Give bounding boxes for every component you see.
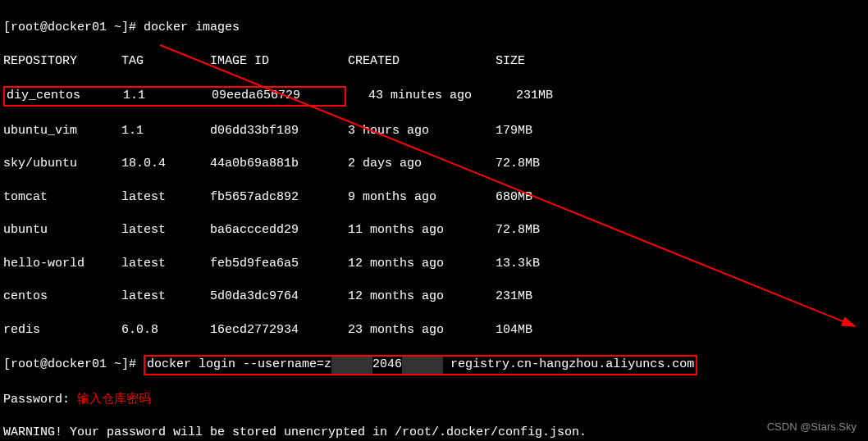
header-image-id: IMAGE ID	[210, 53, 348, 70]
cell-tag: latest	[121, 222, 210, 239]
cell-tag: 6.0.8	[121, 322, 210, 339]
redacted-text: █	[331, 357, 372, 373]
command-line: [root@docker01 ~]# docker images	[3, 20, 865, 36]
cell-size: 13.3kB	[496, 256, 578, 272]
cell-id: d06dd33bf189	[210, 123, 348, 139]
cell-created: 2 days ago	[348, 156, 496, 172]
cell-repo: sky/ubuntu	[3, 156, 121, 172]
cell-id: 09eeda656729	[212, 88, 300, 104]
cell-created: 11 months ago	[348, 222, 496, 239]
cell-repo: centos	[3, 289, 121, 305]
table-row: centoslatest5d0da3dc976412 months ago231…	[3, 289, 865, 305]
cell-tag: latest	[121, 256, 210, 272]
cell-tag: latest	[121, 289, 210, 305]
cell-tag: latest	[121, 189, 210, 206]
cell-tag: 1.1	[121, 123, 210, 139]
cell-created: 43 minutes ago	[368, 88, 516, 104]
cell-size: 231MB	[496, 289, 578, 305]
cell-id: fb5657adc892	[210, 189, 348, 206]
cell-repo: hello-world	[3, 256, 121, 272]
command-text: docker login --username=z	[147, 357, 331, 371]
table-row: diy_centos1.109eeda656729 43 minutes ago…	[3, 86, 865, 106]
terminal-window[interactable]: [root@docker01 ~]# docker images REPOSIT…	[3, 3, 865, 441]
cell-repo: tomcat	[3, 189, 121, 206]
cell-created: 12 months ago	[348, 289, 496, 305]
shell-prompt: [root@docker01 ~]#	[3, 20, 144, 34]
command-text: registry.cn-hangzhou.aliyuncs.com	[450, 357, 694, 371]
table-header: REPOSITORYTAGIMAGE IDCREATEDSIZE	[3, 53, 865, 70]
table-row: ubuntu_vim1.1d06dd33bf1893 hours ago179M…	[3, 123, 865, 139]
cell-created: 9 months ago	[348, 189, 496, 206]
password-label: Password:	[3, 393, 77, 407]
warning-line: WARNING! Your password will be stored un…	[3, 425, 865, 441]
table-row: tomcatlatestfb5657adc8929 months ago680M…	[3, 189, 865, 206]
header-size: SIZE	[496, 53, 578, 70]
table-row: hello-worldlatestfeb5d9fea6a512 months a…	[3, 256, 865, 272]
command-line: [root@docker01 ~]# docker login --userna…	[3, 355, 865, 375]
command-text: docker images	[144, 20, 240, 34]
watermark-text: CSDN @Stars.Sky	[767, 420, 857, 434]
cell-id: 44a0b69a881b	[210, 156, 348, 172]
cell-created: 12 months ago	[348, 256, 496, 272]
cell-created: 3 hours ago	[348, 123, 496, 139]
shell-prompt: [root@docker01 ~]#	[3, 357, 144, 371]
cell-tag: 1.1	[123, 88, 212, 104]
cell-id: 5d0da3dc9764	[210, 289, 348, 305]
cell-id: 16ecd2772934	[210, 322, 348, 339]
header-repository: REPOSITORY	[3, 53, 121, 70]
table-row: ubuntulatestba6acccedd2911 months ago72.…	[3, 222, 865, 239]
cell-size: 72.8MB	[496, 222, 578, 239]
cell-id: feb5d9fea6a5	[210, 256, 348, 272]
cell-size: 680MB	[496, 189, 578, 206]
password-hint: 输入仓库密码	[77, 393, 151, 407]
redacted-text: █	[402, 357, 443, 373]
cell-tag: 18.0.4	[121, 156, 210, 172]
command-text: 2046	[372, 357, 402, 371]
cell-id: ba6acccedd29	[210, 222, 348, 239]
table-row: redis6.0.816ecd277293423 months ago104MB	[3, 322, 865, 339]
cell-repo: redis	[3, 322, 121, 339]
cell-size: 179MB	[496, 123, 578, 139]
cell-repo: ubuntu	[3, 222, 121, 239]
cell-repo: diy_centos	[7, 88, 123, 104]
cell-size: 72.8MB	[496, 156, 578, 172]
header-created: CREATED	[348, 53, 496, 70]
cell-repo: ubuntu_vim	[3, 123, 121, 139]
password-prompt-line: Password: 输入仓库密码	[3, 392, 865, 408]
cell-size: 104MB	[496, 322, 578, 339]
highlighted-command: docker login --username=z█2046█ registry…	[144, 355, 697, 375]
table-row: sky/ubuntu18.0.444a0b69a881b2 days ago72…	[3, 156, 865, 172]
header-tag: TAG	[121, 53, 210, 70]
cell-created: 23 months ago	[348, 322, 496, 339]
cell-size: 231MB	[516, 88, 598, 104]
